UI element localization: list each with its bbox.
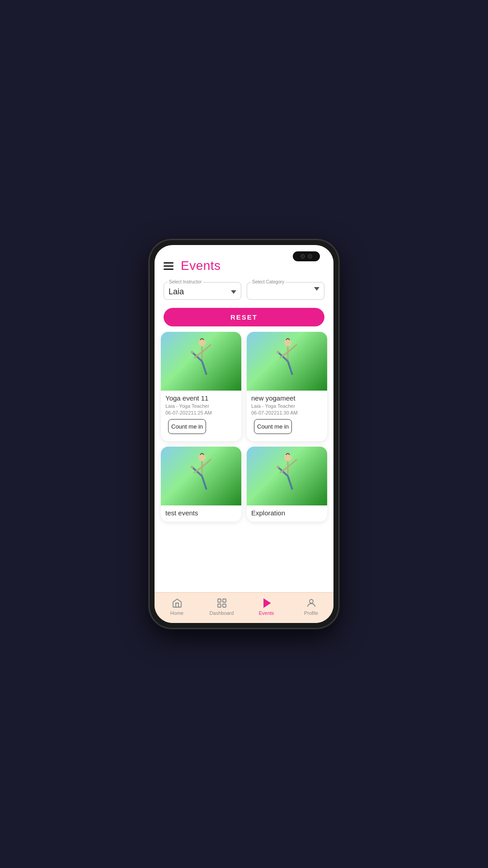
dashboard-icon <box>216 597 228 609</box>
svg-point-0 <box>198 339 206 346</box>
bottom-nav: Home Dashboard <box>155 592 333 623</box>
nav-label-events: Events <box>259 610 274 616</box>
page-title: Events <box>181 259 221 273</box>
count-me-in-button-1[interactable]: Count me in <box>168 419 206 434</box>
camera-dot-2 <box>308 254 312 259</box>
event-info-2: new yogameet Laia - Yoga Teacher 06-07-2… <box>247 391 327 441</box>
nav-item-home[interactable]: Home <box>155 597 199 616</box>
category-dropdown[interactable]: Select Category <box>247 282 324 300</box>
svg-line-24 <box>288 476 292 490</box>
phone-screen: Events Select Instructor Laia Select Cat… <box>155 245 333 623</box>
count-me-in-button-2[interactable]: Count me in <box>254 419 292 434</box>
nav-item-events[interactable]: Events <box>244 597 289 616</box>
camera-bar <box>293 251 320 261</box>
event-image-1 <box>161 332 241 391</box>
event-name-4: Exploration <box>251 509 323 517</box>
event-image-2 <box>247 332 327 391</box>
svg-point-33 <box>310 599 313 603</box>
category-chevron-icon <box>314 287 319 291</box>
event-card-4: Exploration <box>247 447 327 522</box>
category-label: Select Category <box>251 279 286 284</box>
svg-rect-31 <box>223 604 226 607</box>
nav-label-dashboard: Dashboard <box>210 610 234 616</box>
svg-line-17 <box>202 476 206 490</box>
phone-frame: Events Select Instructor Laia Select Cat… <box>149 240 339 628</box>
events-grid: Yoga event 11 Laia - Yoga Teacher 06-07-… <box>161 332 327 522</box>
svg-rect-28 <box>218 599 221 602</box>
svg-point-13 <box>277 351 279 354</box>
event-image-4 <box>247 447 327 505</box>
event-instructor-1: Laia - Yoga Teacher <box>165 403 237 409</box>
svg-line-10 <box>288 361 292 375</box>
menu-button[interactable] <box>164 262 174 270</box>
instructor-dropdown[interactable]: Select Instructor Laia <box>164 282 241 300</box>
profile-icon <box>305 597 317 609</box>
event-card-3: test events <box>161 447 241 522</box>
svg-point-21 <box>284 454 291 461</box>
nav-item-dashboard[interactable]: Dashboard <box>199 597 244 616</box>
event-name-2: new yogameet <box>251 394 323 402</box>
reset-button[interactable]: RESET <box>164 308 324 326</box>
event-info-3: test events <box>161 505 241 522</box>
svg-point-27 <box>277 466 279 468</box>
events-scroll: Yoga event 11 Laia - Yoga Teacher 06-07-… <box>155 332 333 592</box>
svg-point-7 <box>284 339 291 346</box>
svg-marker-32 <box>264 599 270 607</box>
svg-rect-30 <box>218 604 221 607</box>
event-date-1: 06-07-202211:25 AM <box>165 410 237 415</box>
svg-point-20 <box>191 466 193 468</box>
svg-line-3 <box>202 361 206 375</box>
svg-point-14 <box>198 454 206 461</box>
event-card-1: Yoga event 11 Laia - Yoga Teacher 06-07-… <box>161 332 241 441</box>
events-icon <box>261 597 272 609</box>
event-name-1: Yoga event 11 <box>165 394 237 402</box>
home-icon <box>171 597 183 609</box>
event-card-2: new yogameet Laia - Yoga Teacher 06-07-2… <box>247 332 327 441</box>
instructor-label: Select Instructor <box>168 279 203 284</box>
camera-dot-1 <box>300 254 305 259</box>
nav-label-home: Home <box>170 610 183 616</box>
svg-rect-29 <box>223 599 226 602</box>
svg-point-6 <box>191 351 193 354</box>
event-name-3: test events <box>165 509 237 517</box>
event-info-1: Yoga event 11 Laia - Yoga Teacher 06-07-… <box>161 391 241 441</box>
nav-item-profile[interactable]: Profile <box>289 597 333 616</box>
event-date-2: 06-07-202211:30 AM <box>251 410 323 415</box>
event-info-4: Exploration <box>247 505 327 522</box>
filters-row: Select Instructor Laia Select Category <box>155 278 333 304</box>
instructor-value: Laia <box>169 287 184 297</box>
event-instructor-2: Laia - Yoga Teacher <box>251 403 323 409</box>
instructor-chevron-icon <box>231 290 236 294</box>
nav-label-profile: Profile <box>304 610 318 616</box>
event-image-3 <box>161 447 241 505</box>
